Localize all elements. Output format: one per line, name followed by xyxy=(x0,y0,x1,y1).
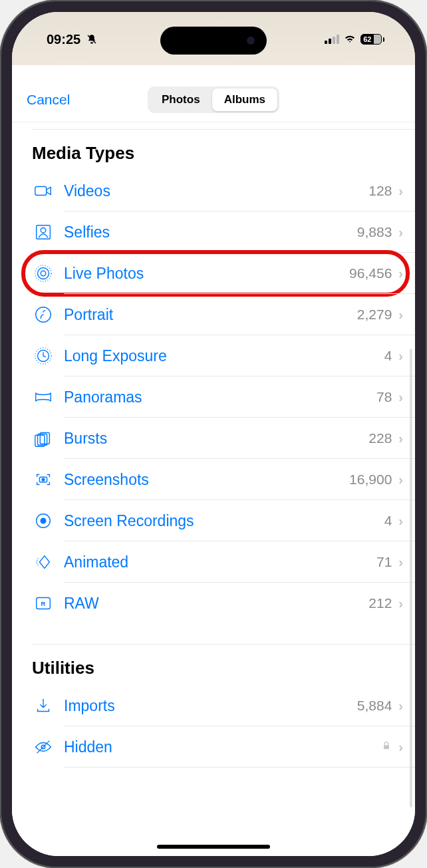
chevron-right-icon: › xyxy=(398,349,403,364)
row-hidden[interactable]: Hidden › xyxy=(12,726,415,768)
row-count: 16,900 xyxy=(349,472,392,488)
screen: 09:25 62 Cancel xyxy=(12,12,415,856)
row-live-photos[interactable]: Live Photos 96,456 › xyxy=(12,253,415,294)
row-label: Animated xyxy=(64,553,376,571)
row-label: Panoramas xyxy=(64,388,376,406)
row-long-exposure[interactable]: Long Exposure 4 › xyxy=(12,335,415,376)
chevron-right-icon: › xyxy=(398,513,403,529)
row-count: 96,456 xyxy=(349,265,392,281)
live-photos-icon xyxy=(32,262,55,285)
screen-recordings-icon xyxy=(32,509,55,532)
row-label: Screenshots xyxy=(64,471,349,489)
row-label: Selfies xyxy=(64,223,357,241)
imports-icon xyxy=(32,694,55,717)
view-segmented-control[interactable]: Photos Albums xyxy=(148,86,279,113)
selfies-icon xyxy=(32,221,55,243)
row-label: Hidden xyxy=(64,738,381,756)
picker-sheet: Cancel Photos Albums Media Types Videos … xyxy=(12,77,415,856)
row-bursts[interactable]: Bursts 228 › xyxy=(12,418,415,459)
row-label: Imports xyxy=(64,697,357,715)
albums-list[interactable]: Media Types Videos 128 › Selfies 9,883 › xyxy=(12,122,415,768)
hidden-icon xyxy=(32,736,55,758)
row-raw[interactable]: R RAW 212 › xyxy=(12,583,415,624)
row-count: 228 xyxy=(368,430,392,446)
svg-rect-1 xyxy=(35,186,47,195)
row-label: Long Exposure xyxy=(64,347,384,365)
row-count: 212 xyxy=(368,595,392,611)
phone-frame: 09:25 62 Cancel xyxy=(0,0,427,868)
chevron-right-icon: › xyxy=(398,740,403,755)
cancel-button[interactable]: Cancel xyxy=(27,92,70,108)
row-label: Bursts xyxy=(64,430,368,448)
section-header-utilities: Utilities xyxy=(12,645,415,685)
cellular-icon xyxy=(325,35,339,44)
row-selfies[interactable]: Selfies 9,883 › xyxy=(12,212,415,253)
chevron-right-icon: › xyxy=(398,431,403,446)
svg-point-5 xyxy=(38,268,49,279)
home-indicator[interactable] xyxy=(157,845,270,849)
row-count: 5,884 xyxy=(357,698,392,714)
row-panoramas[interactable]: Panoramas 78 › xyxy=(12,376,415,418)
row-label: Screen Recordings xyxy=(64,512,384,530)
row-screen-recordings[interactable]: Screen Recordings 4 › xyxy=(12,500,415,541)
raw-icon: R xyxy=(32,592,55,615)
svg-point-14 xyxy=(42,478,45,481)
segment-photos[interactable]: Photos xyxy=(150,88,212,111)
status-time: 09:25 xyxy=(47,32,80,47)
chevron-right-icon: › xyxy=(398,307,403,323)
svg-text:R: R xyxy=(41,601,46,607)
chevron-right-icon: › xyxy=(398,596,403,611)
portrait-icon xyxy=(32,303,55,326)
screenshots-icon xyxy=(32,468,55,491)
row-count: 4 xyxy=(384,513,392,529)
svg-point-4 xyxy=(41,271,46,276)
row-label: Videos xyxy=(64,182,368,200)
chevron-right-icon: › xyxy=(398,698,403,714)
svg-point-3 xyxy=(41,227,46,233)
battery-icon: 62 xyxy=(360,34,384,45)
row-count: 2,279 xyxy=(357,307,392,323)
row-imports[interactable]: Imports 5,884 › xyxy=(12,685,415,726)
silent-icon xyxy=(86,33,98,45)
long-exposure-icon xyxy=(32,345,55,367)
row-portrait[interactable]: Portrait 2,279 › xyxy=(12,294,415,335)
row-videos[interactable]: Videos 128 › xyxy=(12,170,415,212)
animated-icon xyxy=(32,551,55,573)
dynamic-island xyxy=(160,27,267,55)
row-count: 78 xyxy=(376,389,392,405)
video-icon xyxy=(32,180,55,202)
chevron-right-icon: › xyxy=(398,266,403,281)
chevron-right-icon: › xyxy=(398,555,403,570)
bursts-icon xyxy=(32,427,55,450)
wifi-icon xyxy=(343,31,356,48)
row-label: RAW xyxy=(64,595,368,613)
row-count: 4 xyxy=(384,348,392,364)
row-screenshots[interactable]: Screenshots 16,900 › xyxy=(12,459,415,500)
lock-icon xyxy=(381,740,392,754)
svg-point-16 xyxy=(41,518,46,523)
chevron-right-icon: › xyxy=(398,390,403,405)
row-label: Live Photos xyxy=(64,265,349,283)
chevron-right-icon: › xyxy=(398,472,403,488)
scroll-indicator xyxy=(410,349,412,807)
svg-rect-21 xyxy=(384,745,389,749)
row-label: Portrait xyxy=(64,306,357,324)
chevron-right-icon: › xyxy=(398,225,403,240)
panoramas-icon xyxy=(32,386,55,408)
section-header-media-types: Media Types xyxy=(12,130,415,170)
row-animated[interactable]: Animated 71 › xyxy=(12,541,415,583)
chevron-right-icon: › xyxy=(398,184,403,199)
row-count: 9,883 xyxy=(357,224,392,240)
row-count: 128 xyxy=(368,183,392,199)
segment-albums[interactable]: Albums xyxy=(212,88,277,111)
row-count: 71 xyxy=(376,554,392,570)
nav-bar: Cancel Photos Albums xyxy=(12,77,415,122)
